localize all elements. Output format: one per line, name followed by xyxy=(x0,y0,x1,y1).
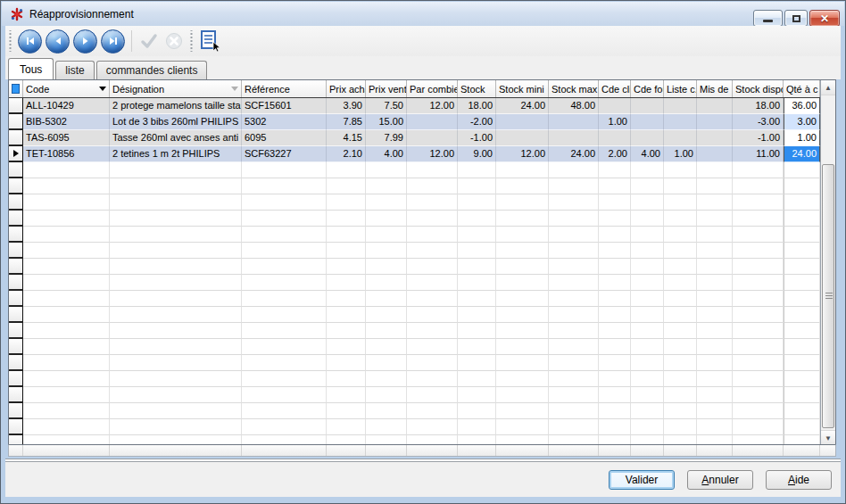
row-selector[interactable] xyxy=(9,435,23,444)
title-bar[interactable]: Réapprovisionnement ✕ xyxy=(2,2,844,26)
row-selector[interactable] xyxy=(9,291,23,307)
grid-cell-code[interactable] xyxy=(23,307,110,323)
grid-cell-stock-dispo[interactable] xyxy=(733,371,784,387)
grid-cell-cde-cli[interactable] xyxy=(599,211,631,227)
grid-cell-cde-cli[interactable] xyxy=(599,323,631,339)
grid-cell-stock-dispo[interactable] xyxy=(733,194,784,211)
grid-cell-qte-a-cmd[interactable] xyxy=(784,323,820,339)
grid-cell-prix-achat[interactable]: 4.15 xyxy=(327,130,366,146)
grid-cell-designation[interactable]: Tasse 260ml avec anses anti fu xyxy=(110,130,242,146)
grid-cell-liste-c[interactable] xyxy=(664,227,697,243)
header-code[interactable]: Code xyxy=(23,80,110,97)
grid-cell-designation[interactable]: 2 tetines 1 m 2t PHILIPS xyxy=(110,146,242,162)
grid-cell-designation[interactable] xyxy=(110,275,242,291)
grid-cell-liste-c[interactable] xyxy=(664,194,697,211)
valider-button[interactable]: Valider xyxy=(609,470,675,490)
grid-cell-reference[interactable] xyxy=(242,259,327,275)
row-selector[interactable] xyxy=(9,323,23,339)
grid-cell-par-combien[interactable]: 12.00 xyxy=(407,98,458,114)
header-par-combien[interactable]: Par combien xyxy=(407,80,458,97)
grid-cell-mis-de[interactable] xyxy=(697,178,733,194)
grid-cell-prix-vente[interactable]: 7.50 xyxy=(366,98,407,114)
grid-cell-qte-a-cmd[interactable]: 1.00 xyxy=(784,130,820,146)
header-stock-mini[interactable]: Stock mini xyxy=(496,80,549,97)
grid-cell-cde-fou[interactable] xyxy=(631,355,664,371)
grid-cell-par-combien[interactable] xyxy=(407,114,458,130)
grid-cell-stock[interactable] xyxy=(458,275,496,291)
grid-cell-par-combien[interactable] xyxy=(407,355,458,371)
header-prix-vente[interactable]: Prix vente xyxy=(366,80,407,97)
header-stock-max[interactable]: Stock max xyxy=(549,80,599,97)
grid-cell-par-combien[interactable]: 12.00 xyxy=(407,146,458,162)
grid-cell-stock-max[interactable] xyxy=(549,227,599,243)
grid-cell-cde-cli[interactable]: 2.00 xyxy=(599,146,631,162)
grid-cell-stock-mini[interactable] xyxy=(496,178,549,194)
grid-cell-mis-de[interactable] xyxy=(697,387,733,403)
grid-cell-par-combien[interactable] xyxy=(407,211,458,227)
grid-cell-stock-dispo[interactable] xyxy=(733,178,784,194)
grid-cell-code[interactable] xyxy=(23,339,110,355)
grid-cell-designation[interactable]: 2 protege mamelons taille stand xyxy=(110,98,242,114)
grid-cell-liste-c[interactable] xyxy=(664,355,697,371)
grid-cell-stock-max[interactable] xyxy=(549,275,599,291)
toolbar-grip[interactable] xyxy=(8,30,12,52)
row-selector[interactable] xyxy=(9,178,23,194)
toolbar-grip[interactable] xyxy=(189,30,194,52)
grid-cell-stock-mini[interactable]: 12.00 xyxy=(496,146,549,162)
grid-cell-par-combien[interactable] xyxy=(407,275,458,291)
grid-cell-liste-c[interactable]: 1.00 xyxy=(664,146,697,162)
grid-cell-par-combien[interactable] xyxy=(407,130,458,146)
grid-cell-cde-fou[interactable] xyxy=(631,371,664,387)
grid-cell-designation[interactable] xyxy=(110,259,242,275)
grid-cell-stock-dispo[interactable] xyxy=(733,211,784,227)
grid-cell-stock[interactable]: -2.00 xyxy=(458,114,496,130)
grid-cell-code[interactable] xyxy=(23,227,110,243)
grid-cell-cde-cli[interactable] xyxy=(599,227,631,243)
grid-cell-designation[interactable] xyxy=(110,291,242,307)
grid-cell-prix-vente[interactable] xyxy=(366,227,407,243)
grid-cell-mis-de[interactable] xyxy=(697,339,733,355)
grid-cell-qte-a-cmd[interactable] xyxy=(784,194,820,211)
grid-cell-stock[interactable] xyxy=(458,371,496,387)
grid-cell-cde-cli[interactable] xyxy=(599,339,631,355)
grid-cell-stock-dispo[interactable]: -1.00 xyxy=(733,130,784,146)
scroll-up-button[interactable]: ▲ xyxy=(821,80,835,95)
grid-cell-stock-mini[interactable] xyxy=(496,355,549,371)
grid-cell-mis-de[interactable] xyxy=(697,403,733,419)
grid-cell-cde-fou[interactable] xyxy=(631,387,664,403)
grid-cell-stock[interactable] xyxy=(458,227,496,243)
grid-cell-stock-dispo[interactable] xyxy=(733,403,784,419)
grid-cell-stock-mini[interactable] xyxy=(496,339,549,355)
aide-button[interactable]: Aide xyxy=(766,470,832,490)
grid-cell-par-combien[interactable] xyxy=(407,419,458,435)
grid-cell-designation[interactable] xyxy=(110,339,242,355)
grid-cell-qte-a-cmd[interactable]: 3.00 xyxy=(784,114,820,130)
grid-cell-stock[interactable] xyxy=(458,307,496,323)
grid-cell-qte-a-cmd[interactable] xyxy=(784,419,820,435)
grid-cell-mis-de[interactable] xyxy=(697,291,733,307)
grid-cell-stock[interactable] xyxy=(458,291,496,307)
grid-cell-cde-cli[interactable] xyxy=(599,130,631,146)
grid-cell-stock-max[interactable] xyxy=(549,307,599,323)
grid-cell-par-combien[interactable] xyxy=(407,259,458,275)
row-selector[interactable] xyxy=(9,307,23,323)
grid-cell-cde-fou[interactable] xyxy=(631,291,664,307)
grid-cell-liste-c[interactable] xyxy=(664,291,697,307)
header-reference[interactable]: Référence xyxy=(242,80,327,97)
grid-cell-par-combien[interactable] xyxy=(407,435,458,444)
grid-cell-prix-achat[interactable] xyxy=(327,387,366,403)
grid-cell-qte-a-cmd[interactable] xyxy=(784,355,820,371)
grid-cell-prix-vente[interactable] xyxy=(366,291,407,307)
row-selector[interactable] xyxy=(9,339,23,355)
grid-cell-mis-de[interactable] xyxy=(697,114,733,130)
grid-cell-qte-a-cmd[interactable] xyxy=(784,243,820,259)
grid-cell-reference[interactable] xyxy=(242,339,327,355)
grid-cell-cde-fou[interactable] xyxy=(631,194,664,211)
grid-cell-code[interactable] xyxy=(23,211,110,227)
grid-cell-qte-a-cmd[interactable] xyxy=(784,291,820,307)
grid-cell-cde-cli[interactable] xyxy=(599,162,631,178)
grid-cell-stock-dispo[interactable]: -3.00 xyxy=(733,114,784,130)
previous-record-button[interactable] xyxy=(46,29,70,54)
header-liste-c[interactable]: Liste c. xyxy=(664,80,697,97)
grid-cell-stock-max[interactable] xyxy=(549,114,599,130)
